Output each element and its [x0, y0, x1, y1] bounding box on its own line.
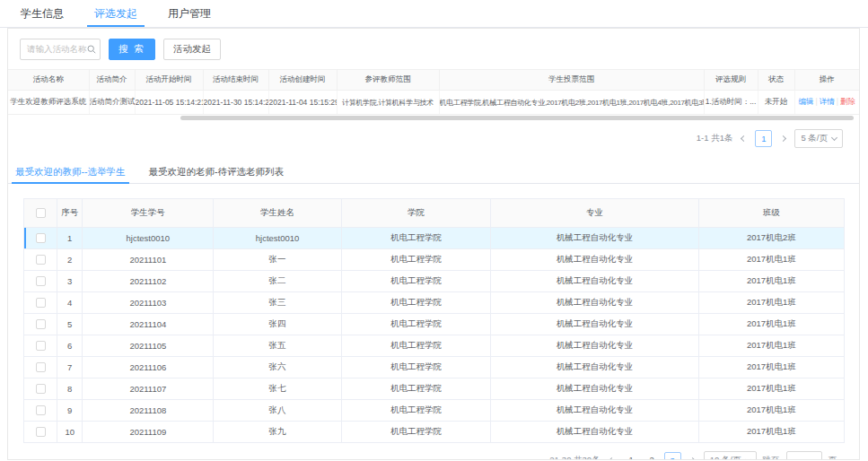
college-cell: 机电工程学院: [341, 356, 490, 378]
student-scope-cell: 机电工程学院,机械工程自动化专业,2017机电2班,2017机电1班,2017机…: [439, 91, 704, 115]
row-checkbox[interactable]: [36, 405, 46, 415]
student-id-cell: 20211107: [83, 378, 214, 399]
page-number-1[interactable]: 1: [623, 452, 640, 460]
col-rule: 评选规则: [704, 70, 758, 91]
major-cell: 机械工程自动化专业: [490, 227, 698, 248]
row-checkbox[interactable]: [36, 427, 46, 437]
college-cell: 机电工程学院: [341, 270, 490, 291]
horizontal-scrollbar-thumb[interactable]: [180, 116, 854, 120]
chevron-right-icon: [689, 457, 696, 460]
seq-cell: 8: [57, 378, 83, 399]
page-size-value: 10 条/页: [710, 455, 741, 460]
page-number-2[interactable]: 2: [644, 452, 661, 460]
select-all-checkbox[interactable]: [36, 208, 46, 218]
search-row: 请输入活动名称 搜 索 活动发起: [8, 29, 859, 60]
row-checkbox[interactable]: [36, 255, 46, 265]
prev-page-button[interactable]: [739, 136, 749, 141]
student-name-cell: 张二: [214, 270, 341, 291]
create-activity-button[interactable]: 活动发起: [163, 39, 221, 60]
row-checkbox-cell: [24, 270, 57, 291]
table-row[interactable]: 820211107张七机电工程学院机械工程自动化专业2017机电1班: [24, 378, 844, 399]
student-name-cell: 张五: [214, 335, 341, 356]
row-checkbox-cell: [24, 313, 57, 335]
col-status: 状态: [758, 70, 794, 91]
major-cell: 机械工程自动化专业: [490, 399, 698, 421]
detail-link[interactable]: 详情: [820, 97, 835, 106]
row-checkbox[interactable]: [36, 276, 46, 286]
table-row[interactable]: 620211105张五机电工程学院机械工程自动化专业2017机电1班: [24, 335, 844, 356]
prev-page-button[interactable]: [607, 458, 617, 460]
class-name-cell: 2017机电1班: [698, 356, 844, 378]
chevron-left-icon: [741, 135, 747, 142]
table-row[interactable]: 220211101张一机电工程学院机械工程自动化专业2017机电1班: [24, 248, 844, 270]
action-divider: |: [837, 97, 838, 106]
college-cell: 机电工程学院: [341, 291, 490, 313]
search-icon: [87, 45, 96, 54]
row-checkbox[interactable]: [36, 341, 46, 351]
top-tab[interactable]: 用户管理: [161, 0, 218, 27]
search-button[interactable]: 搜 索: [109, 39, 155, 60]
page-number-3[interactable]: 3: [664, 452, 681, 460]
top-tab[interactable]: 评选发起: [87, 0, 145, 27]
col-college: 学院: [341, 199, 490, 227]
select-all-cell: [24, 199, 57, 227]
student-name-cell: 张六: [214, 356, 341, 378]
page-size-select[interactable]: 10 条/页: [704, 451, 757, 460]
activity-table-header-row: 活动名称 活动简介 活动开始时间 活动结束时间 活动创建时间 参评教师范围 学生…: [8, 70, 859, 91]
page-size-select[interactable]: 5 条/页: [794, 129, 843, 148]
major-cell: 机械工程自动化专业: [490, 248, 698, 270]
student-table-header-row: 序号 学生学号 学生姓名 学院 专业 班级: [24, 199, 844, 227]
row-checkbox[interactable]: [36, 233, 46, 243]
next-page-button[interactable]: [778, 136, 788, 141]
table-row[interactable]: 720211106张六机电工程学院机械工程自动化专业2017机电1班: [24, 356, 844, 378]
row-checkbox[interactable]: [36, 319, 46, 329]
sub-tab[interactable]: 最受欢迎的老师-待评选老师列表: [149, 161, 285, 183]
row-checkbox[interactable]: [36, 298, 46, 308]
table-row[interactable]: 420211103张三机电工程学院机械工程自动化专业2017机电1班: [24, 291, 844, 313]
table-row[interactable]: 1hjctest0010hjctest0010机电工程学院机械工程自动化专业20…: [24, 227, 844, 248]
student-id-cell: 20211104: [83, 313, 214, 335]
chevron-left-icon: [609, 457, 615, 460]
student-table-body: 1hjctest0010hjctest0010机电工程学院机械工程自动化专业20…: [24, 227, 844, 442]
college-cell: 机电工程学院: [341, 421, 490, 442]
page-size-value: 5 条/页: [801, 133, 828, 144]
col-major: 专业: [490, 199, 698, 227]
seq-cell: 2: [57, 248, 83, 270]
row-checkbox-cell: [24, 356, 57, 378]
top-tab[interactable]: 学生信息: [13, 0, 71, 27]
end-time-cell: 2021-11-30 15:14:21: [203, 91, 268, 115]
jump-page-input[interactable]: [786, 451, 822, 460]
table-row[interactable]: 1020211109张九机电工程学院机械工程自动化专业2017机电1班: [24, 421, 844, 442]
col-class: 班级: [698, 199, 844, 227]
student-id-cell: 20211103: [83, 291, 214, 313]
sub-tab[interactable]: 最受欢迎的教师--选举学生: [15, 161, 126, 183]
table-row[interactable]: 320211102张二机电工程学院机械工程自动化专业2017机电1班: [24, 270, 844, 291]
jump-to-label: 跳至: [763, 455, 780, 460]
student-name-cell: 张七: [214, 378, 341, 399]
row-checkbox-cell: [24, 399, 57, 421]
class-name-cell: 2017机电1班: [698, 378, 844, 399]
college-cell: 机电工程学院: [341, 248, 490, 270]
page-number-active[interactable]: 1: [755, 130, 772, 147]
row-checkbox-cell: [24, 335, 57, 356]
activity-intro-cell: 活动简介测试: [89, 91, 135, 115]
activity-name-cell: 学生欢迎教师评选系统: [8, 91, 89, 115]
activity-table: 活动名称 活动简介 活动开始时间 活动结束时间 活动创建时间 参评教师范围 学生…: [8, 69, 859, 115]
action-divider: |: [816, 97, 818, 106]
delete-link[interactable]: 删除: [840, 97, 855, 106]
table-row[interactable]: 920211108张八机电工程学院机械工程自动化专业2017机电1班: [24, 399, 844, 421]
chevron-down-icon: [831, 134, 837, 140]
table-row[interactable]: 520211104张四机电工程学院机械工程自动化专业2017机电1班: [24, 313, 844, 335]
class-name-cell: 2017机电1班: [698, 270, 844, 291]
row-checkbox[interactable]: [36, 362, 46, 372]
edit-link[interactable]: 编辑: [799, 97, 814, 106]
row-checkbox-cell: [24, 291, 57, 313]
row-checkbox[interactable]: [36, 384, 46, 394]
college-cell: 机电工程学院: [341, 399, 490, 421]
student-name-cell: 张一: [214, 248, 341, 270]
activity-row[interactable]: 学生欢迎教师评选系统 活动简介测试 2021-11-05 15:14:21 20…: [8, 91, 859, 115]
next-page-button[interactable]: [688, 458, 697, 460]
student-id-cell: 20211109: [83, 421, 214, 442]
search-input[interactable]: 请输入活动名称: [20, 39, 101, 60]
seq-cell: 7: [57, 356, 83, 378]
